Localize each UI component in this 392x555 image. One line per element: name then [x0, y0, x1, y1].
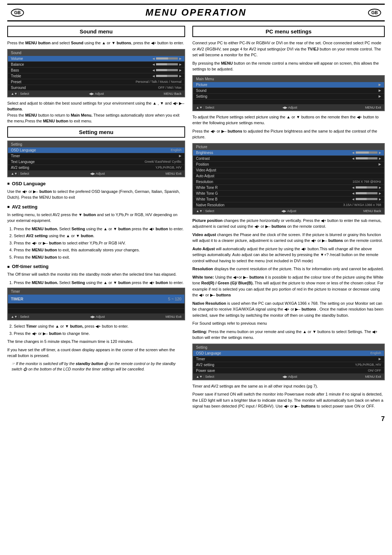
sound-menu-section: Sound menu Press the MENU button and sel… — [7, 26, 185, 124]
sound-desc: Select and adjust to obtain the best sou… — [7, 100, 185, 124]
main-layout: Sound menu Press the MENU button and sel… — [7, 26, 385, 412]
sound-box-footer: ▲▼ : Select ◀▶ Adjust MENU Back — [8, 91, 184, 97]
timer-note: Timer and AV2 settings are the same as i… — [192, 383, 385, 389]
menu-row-osd: OSD Language English — [8, 147, 184, 153]
main-menu-row-picture: Picture ▶ — [193, 82, 384, 88]
pc-menu-title: PC menu settings — [192, 26, 385, 37]
setting-menu-box: Setting OSD Language English Timer ▶ Tex… — [7, 141, 185, 177]
off-timer-section: Off-timer setting The Off timer will swi… — [7, 264, 185, 372]
pc-setting-row-timer: Timer ▶ — [193, 356, 384, 362]
pc-setting-box-title: Setting — [193, 344, 384, 351]
setting-menu-section: Setting menu Setting OSD Language Englis… — [7, 126, 185, 177]
off-timer-desc: The Off timer will switch the monitor in… — [7, 271, 185, 278]
av2-step-4: Press the MENU button to exit, this auto… — [14, 247, 185, 253]
pc-setting-menu-box: Setting OSD Language English Timer ▶ AV2… — [192, 344, 385, 380]
right-column: PC menu settings Connect your PC to eith… — [192, 26, 385, 412]
av2-setting-title: AV2 setting — [7, 204, 185, 210]
osd-language-section: OSD Language Use the ◀+ or ▶– button to … — [7, 181, 185, 200]
off-timer-steps-2: Select Timer using the ▲ or ▼ button, pr… — [7, 323, 185, 336]
left-column: Sound menu Press the MENU button and sel… — [7, 26, 185, 412]
setting-box-footer: ▲▼ : Select ◀▶ Adjust MENU Exit — [8, 171, 184, 177]
pc-menu-section: PC menu settings Connect your PC to eith… — [192, 26, 385, 409]
to-adjust-text: To adjust the Picture settings select pi… — [192, 114, 385, 126]
pic-row-contrast: Contrast ◀▶ — [193, 156, 384, 162]
pic-row-brightness: Brightness ◀▶ — [193, 150, 384, 156]
pc-setting-row-av2: AV2 setting Y,Pb,Pr/RGB, H/V — [193, 362, 384, 368]
gb-badge-right: GB — [368, 9, 381, 17]
pic-row-autoadj: Auto Adjust — [193, 173, 384, 179]
sound-intro-text: Press the MENU button and select Sound u… — [7, 40, 185, 46]
picture-menu-box: Picture Brightness ◀▶ Contrast ◀▶ Positi… — [192, 143, 385, 215]
main-menu-box: Main Menu Picture ▶ Sound ▶ Setting ▶ ▲▼… — [192, 75, 385, 111]
power-save-desc: Power save if turned ON will switch the … — [192, 391, 385, 409]
av2-step-2: Select AV2 setting using the ▲ or ▼ butt… — [14, 233, 185, 239]
menu-row-treble: Treble ◀▶ — [8, 73, 184, 79]
off-timer-italic: ☞ If the monitor is switched off by the … — [7, 361, 185, 373]
pic-row-wtoneb: White Tone B ◀▶ — [193, 197, 384, 202]
av2-setting-section: AV2 setting In setting menu, to select A… — [7, 204, 185, 260]
pic-row-wtoneg: White Tone G ◀▶ — [193, 191, 384, 197]
main-menu-row-setting: Setting ▶ — [193, 94, 384, 100]
menu-row-text-lang: Text Language Greek/ East/West/ Cyrillic — [8, 159, 184, 165]
off-timer-title: Off-timer setting — [7, 264, 185, 269]
av2-step-1: Press the MENU button. Select Setting us… — [14, 226, 185, 232]
sound-menu-box: Sound Volume ◀▶ Balance ◀▶ Bass ◀▶ Trebl… — [7, 49, 185, 97]
picture-box-footer: ▲▼ : Select ◀▶ Adjust MENU Back — [193, 208, 384, 214]
pic-row-nativeres: Native Resolution 3.15A / WXGA 1366 x 76… — [193, 202, 384, 208]
page-title: MENU OPERATION — [146, 7, 246, 18]
pc-setting-row-osd: OSD Language English — [193, 351, 384, 356]
sound-box-title: Sound — [8, 50, 184, 56]
native-res-desc: Native Resolution is used when the PC ca… — [192, 300, 385, 319]
setting-desc-text: Setting: Press the menu button on your r… — [192, 329, 385, 341]
sound-menu-title: Sound menu — [7, 26, 185, 37]
page-header: GB MENU OPERATION GB — [7, 4, 385, 21]
main-menu-footer: ▲▼ : Select ◀▶ Adjust MENU Exit — [193, 105, 384, 110]
pic-row-videoadj: Video Adjust — [193, 167, 384, 173]
sound-ref: For Sound settings refer to previous men… — [192, 320, 385, 327]
off-timer-step-2: Select Timer using the ▲ or ▼ button, pr… — [14, 323, 185, 329]
timer-empty-1 — [8, 304, 184, 309]
pc-setting-row-power: Power save ON/ OFF — [193, 368, 384, 374]
pic-row-wtoner: White Tone R ◀▶ — [193, 185, 384, 191]
pc-setting-footer: ▲▼ : Select ◀▶ Adjust MENU Exit — [193, 374, 384, 380]
gb-badge-left: GB — [11, 9, 24, 17]
off-timer-note1: The time changes in 5 minute steps.The m… — [7, 339, 185, 345]
timer-box-title: Timer — [8, 288, 184, 295]
av2-setting-desc: In setting menu, to select AV2 press the… — [7, 212, 185, 224]
press-adj-text: Press the ◀+ or ▶– buttons to adjusted t… — [192, 128, 385, 140]
pc-intro: Connect your PC to either PC-IN or RGBHV… — [192, 40, 385, 58]
av2-step-3: Press the ◀+ or ▶– button to select eith… — [14, 240, 185, 246]
timer-box-footer: ▲▼ : Select ◀▶ Adjust MENU Exit — [8, 314, 184, 320]
menu-row-surround: Surround OFF / Mid / Max — [8, 85, 184, 91]
menu-row-preset: Preset Personal / Talk / Music / Normal — [8, 79, 184, 85]
menu-row-timer: Timer ▶ — [8, 153, 184, 159]
main-menu-row-sound: Sound ▶ — [193, 88, 384, 94]
menu-row-timer-value: TIMER 5 ~ 120 — [8, 295, 184, 304]
menu-row-volume: Volume ◀▶ — [8, 56, 184, 62]
video-adjust-desc: Video adjust changes the Phase and the c… — [192, 232, 385, 244]
av2-steps: Press the MENU button. Select Setting us… — [7, 226, 185, 260]
menu-row-av2: AV2 setting Y,Pb,Pr/RGB, H/V — [8, 165, 184, 171]
auto-adjust-desc: Auto Adjust will automatically adjust th… — [192, 246, 385, 264]
pic-row-position: Position ▶ — [193, 162, 384, 167]
page-number: 7 — [381, 415, 385, 422]
menu-row-bass: Bass ◀▶ — [8, 68, 184, 73]
off-timer-step-3: Press the ◀+ or ▶– button to change time… — [14, 331, 185, 337]
pic-row-resolution: Resolution 1024 X 768 @60Hz — [193, 179, 384, 185]
pc-menu-desc: By pressing the MENU button on the remot… — [192, 60, 385, 72]
off-timer-note2: If you have set the off timer, a count d… — [7, 347, 185, 359]
picture-position-desc: Picture position changes the picture hor… — [192, 218, 385, 230]
off-timer-step-1: Press the MENU button. Select Setting us… — [14, 280, 185, 286]
setting-box-title: Setting — [8, 141, 184, 147]
resolution-desc: Resolution displays the current resoluti… — [192, 266, 385, 272]
off-timer-steps: Press the MENU button. Select Setting us… — [7, 280, 185, 286]
timer-empty-2 — [8, 309, 184, 314]
main-menu-empty — [193, 100, 384, 105]
osd-language-desc: Use the ◀+ or ▶– button to select the pr… — [7, 189, 185, 200]
picture-box-title: Picture — [193, 144, 384, 150]
timer-menu-box: Timer TIMER 5 ~ 120 ▲▼ : Select ◀▶ Adjus… — [7, 288, 185, 320]
menu-row-balance: Balance ◀▶ — [8, 62, 184, 68]
main-menu-box-title: Main Menu — [193, 76, 384, 82]
av2-step-5: Press the MENU button to exit. — [14, 254, 185, 260]
setting-menu-title: Setting menu — [7, 126, 185, 138]
